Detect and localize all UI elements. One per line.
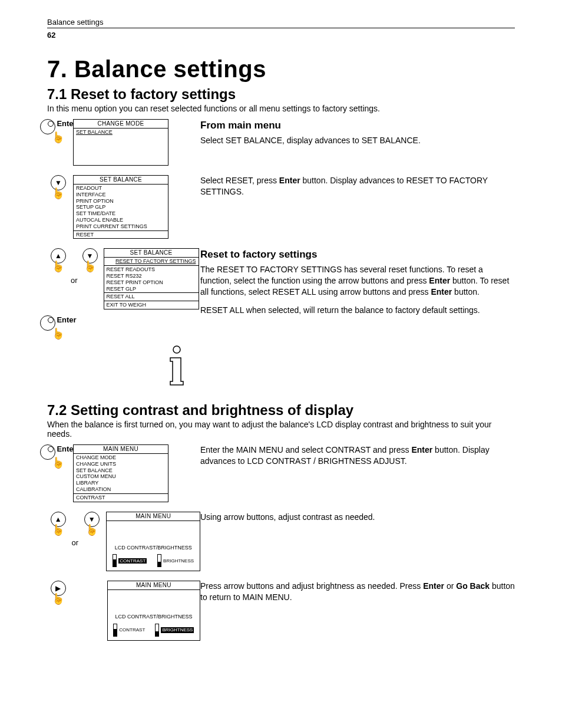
down-button-icon: ▼ ☝: [79, 248, 101, 272]
lcd-line: SETUP GLP: [76, 204, 166, 210]
step-text: or: [444, 581, 456, 591]
slider-label: CONTRAST: [118, 558, 147, 564]
step-text: button.: [452, 287, 480, 297]
lcd-footer: EXIT TO WEIGH: [104, 301, 199, 309]
lcd-title: CHANGE MODE: [74, 120, 168, 129]
section-7-2-intro: When the balance is first turned on, you…: [47, 420, 515, 439]
lcd-line: PRINT CURRENT SETTINGS: [76, 223, 166, 230]
svg-point-0: [173, 346, 180, 353]
chapter-number: 7.: [47, 56, 67, 82]
info-icon-row: [47, 345, 515, 388]
step-7-1-3: ▲ ☝ or ▼ ☝ SET BALANCE RESET TO FACTORY …: [47, 248, 515, 339]
chapter-heading: 7. Balance settings: [47, 56, 515, 83]
lcd-line: RESET GLP: [107, 286, 196, 292]
step-7-1-1: Enter ☝ CHANGE MODE SET BALANCE From mai…: [47, 119, 515, 166]
slider-label: CONTRAST: [119, 627, 145, 633]
lcd-line: SET BALANCE: [76, 129, 166, 136]
down-button-icon: ▼ ☝: [81, 512, 103, 535]
right-button-icon: ▶ ☝: [47, 581, 69, 604]
hand-icon: ☝: [52, 132, 65, 143]
step-text: Select RESET, press: [200, 176, 279, 185]
lcd-screen: MAIN MENU CHANGE MODE CHANGE UNITS SET B…: [73, 444, 168, 502]
step-text: Press arrow buttons and adjust brightnes…: [200, 581, 423, 591]
lcd-subhead: LCD CONTRAST/BRIGHTNESS: [108, 612, 200, 621]
lcd-line: CHANGE UNITS: [76, 461, 166, 467]
bold: Enter: [411, 445, 432, 454]
running-header: Balance settings: [47, 18, 515, 28]
lcd-line: RESET PRINT OPTION: [107, 279, 196, 286]
bold: Enter: [431, 287, 452, 297]
lcd-line: RESET READOUTS: [107, 266, 196, 273]
section-7-1-heading: 7.1 Reset to factory settings: [47, 86, 515, 103]
section-7-1-intro: In this menu option you can reset select…: [47, 104, 515, 113]
or-label: or: [71, 274, 78, 285]
up-button-icon: ▲ ☝: [47, 512, 69, 535]
lcd-line: AUTOCAL ENABLE: [76, 217, 166, 223]
slider-label: BRIGHTNESS: [163, 558, 194, 564]
lcd-line: PRINT OPTION: [76, 198, 166, 205]
bold: Enter: [423, 581, 444, 591]
hand-icon: ☝: [84, 261, 97, 272]
section-7-2-heading: 7.2 Setting contrast and brightness of d…: [47, 402, 515, 419]
step-7-1-2: ▼ ☝ SET BALANCE READOUT INTERFACE PRINT …: [47, 175, 515, 239]
lcd-line: READOUT: [76, 185, 166, 192]
hand-icon: ☝: [52, 188, 65, 199]
hand-icon: ☝: [52, 261, 65, 272]
slider-label: BRIGHTNESS: [161, 627, 194, 633]
lcd-line: SET TIME/DATE: [76, 210, 166, 217]
lcd-footer: CONTRAST: [74, 493, 168, 502]
lcd-line: SET BALANCE: [76, 467, 166, 474]
enter-label: Enter: [57, 315, 76, 324]
step-text: Select SET BALANCE, display advances to …: [200, 135, 515, 146]
bold: Go Back: [456, 581, 490, 591]
hand-icon: ☝: [52, 328, 65, 339]
lcd-line: RESET RS232: [107, 273, 196, 279]
step-7-2-2: ▲ ☝ or ▼ ☝ MAIN MENU LCD CONTRAST/BRIGHT…: [47, 512, 515, 572]
enter-button-icon: Enter ☝: [47, 444, 70, 468]
lcd-title: MAIN MENU: [107, 512, 200, 521]
step-text: Using arrow buttons, adjust contrast as …: [200, 512, 515, 523]
lcd-title: MAIN MENU: [74, 445, 168, 454]
chapter-title: Balance settings: [74, 56, 266, 82]
hand-icon: ☝: [85, 525, 98, 535]
or-label: or: [71, 536, 78, 547]
step-7-2-3: ▶ ☝ MAIN MENU LCD CONTRAST/BRIGHTNESS CO…: [47, 581, 515, 641]
lcd-line: INTERFACE: [76, 192, 166, 198]
page-number: 62: [47, 31, 515, 39]
lcd-screen: SET BALANCE RESET TO FACTORY SETTINGS RE…: [104, 248, 199, 309]
hand-icon: ☝: [52, 594, 65, 604]
enter-button-icon: Enter ☝: [47, 315, 70, 339]
lcd-screen: SET BALANCE READOUT INTERFACE PRINT OPTI…: [73, 175, 168, 239]
step-text: Enter the MAIN MENU and select CONTRAST …: [200, 445, 411, 454]
lcd-screen: MAIN MENU LCD CONTRAST/BRIGHTNESS CONTRA…: [106, 512, 200, 572]
lcd-line: LIBRARY: [76, 480, 166, 486]
lcd-line: RESET TO FACTORY SETTINGS: [107, 258, 196, 265]
down-button-icon: ▼ ☝: [47, 175, 70, 199]
enter-button-icon: Enter ☝: [47, 119, 70, 143]
step-text: RESET ALL when selected, will return the…: [200, 305, 515, 316]
lcd-screen: CHANGE MODE SET BALANCE: [73, 119, 168, 166]
lcd-line: RESET ALL: [107, 294, 196, 300]
lcd-title: SET BALANCE: [104, 249, 199, 258]
step-subheading: Reset to factory settings: [200, 248, 515, 262]
step-subheading: From main menu: [200, 119, 515, 133]
hand-icon: ☝: [52, 457, 65, 468]
bold: Enter: [279, 176, 300, 185]
lcd-title: SET BALANCE: [74, 176, 168, 185]
lcd-screen: MAIN MENU LCD CONTRAST/BRIGHTNESS CONTRA…: [107, 581, 200, 641]
lcd-line: CUSTOM MENU: [76, 473, 166, 480]
lcd-subhead: LCD CONTRAST/BRIGHTNESS: [107, 543, 200, 552]
bold: Enter: [429, 276, 450, 285]
lcd-title: MAIN MENU: [108, 581, 200, 590]
lcd-line: CALIBRATION: [76, 486, 166, 493]
info-icon: [153, 345, 200, 388]
lcd-line: CHANGE MODE: [76, 454, 166, 461]
step-7-2-1: Enter ☝ MAIN MENU CHANGE MODE CHANGE UNI…: [47, 444, 515, 502]
lcd-footer: RESET: [74, 230, 168, 239]
up-button-icon: ▲ ☝: [47, 248, 70, 272]
hand-icon: ☝: [52, 525, 65, 535]
